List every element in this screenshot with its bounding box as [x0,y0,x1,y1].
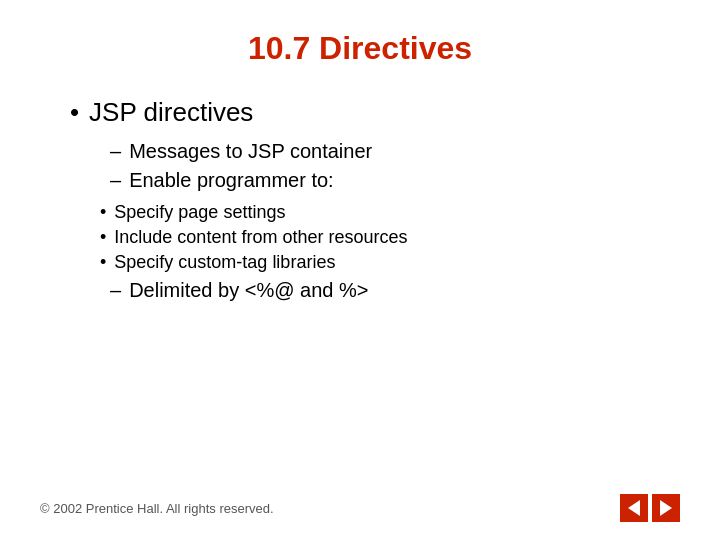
next-arrow-icon [660,500,672,516]
sub-item-2: Delimited by <%@ and %> [110,279,680,302]
main-bullet-list: JSP directives [70,97,680,128]
sub-sub-item-0-label: Specify page settings [114,202,285,223]
sub-item-1: Enable programmer to: [110,169,680,192]
prev-button[interactable] [620,494,648,522]
main-bullet-label: JSP directives [89,97,253,128]
content-area: JSP directives Messages to JSP container… [40,97,680,302]
sub-item-0: Messages to JSP container [110,140,680,163]
sub-item-0-label: Messages to JSP container [129,140,372,163]
sub-sub-item-1-label: Include content from other resources [114,227,407,248]
sub-item-2-label: Delimited by <%@ and %> [129,279,368,302]
sub-list-2: Delimited by <%@ and %> [70,279,680,302]
slide: 10.7 Directives JSP directives Messages … [0,0,720,540]
sub-sub-list: Specify page settings Include content fr… [70,202,680,273]
footer: © 2002 Prentice Hall. All rights reserve… [40,494,680,522]
sub-item-1-label: Enable programmer to: [129,169,334,192]
slide-title: 10.7 Directives [40,30,680,67]
sub-sub-item-2: Specify custom-tag libraries [100,252,680,273]
copyright-text: © 2002 Prentice Hall. All rights reserve… [40,501,274,516]
sub-sub-item-1: Include content from other resources [100,227,680,248]
prev-arrow-icon [628,500,640,516]
nav-buttons [620,494,680,522]
sub-list: Messages to JSP container Enable program… [70,140,680,192]
next-button[interactable] [652,494,680,522]
sub-sub-item-2-label: Specify custom-tag libraries [114,252,335,273]
sub-sub-item-0: Specify page settings [100,202,680,223]
main-bullet-item: JSP directives [70,97,680,128]
